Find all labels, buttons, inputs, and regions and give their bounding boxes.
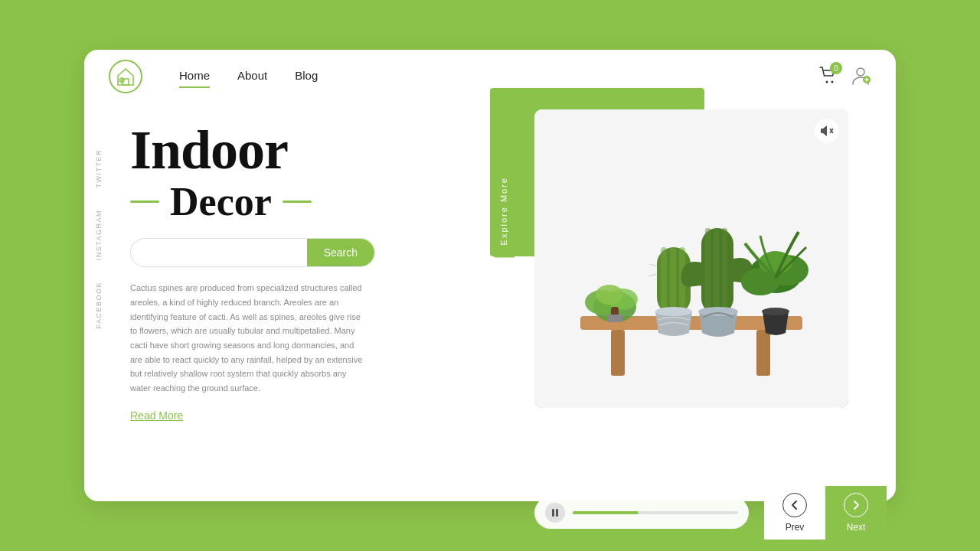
- nav-right: 0: [819, 64, 871, 89]
- search-bar: Search: [130, 238, 375, 267]
- user-icon[interactable]: [850, 64, 871, 89]
- svg-point-24: [655, 307, 692, 316]
- search-input[interactable]: [131, 239, 307, 266]
- search-button[interactable]: Search: [307, 239, 374, 266]
- main-card: Home About Blog 0: [84, 50, 896, 501]
- svg-rect-28: [722, 228, 727, 315]
- svg-rect-17: [661, 247, 667, 315]
- svg-rect-38: [556, 509, 558, 517]
- svg-rect-9: [756, 330, 770, 376]
- cart-badge: 0: [830, 62, 842, 74]
- svg-rect-15: [607, 315, 622, 322]
- title-dash-right: [283, 201, 312, 203]
- svg-rect-27: [714, 228, 719, 315]
- nav-links: Home About Blog: [179, 69, 819, 85]
- svg-point-13: [596, 285, 623, 305]
- nav-blog[interactable]: Blog: [295, 69, 318, 85]
- title-dash-left: [130, 201, 159, 203]
- read-more-link[interactable]: Read More: [130, 409, 467, 422]
- cart-button[interactable]: 0: [819, 67, 838, 86]
- mute-button[interactable]: [815, 119, 839, 143]
- hero-title: Indoor Decor: [130, 122, 467, 223]
- svg-point-29: [698, 307, 738, 316]
- controls-row: Prev Next: [534, 486, 949, 540]
- prev-circle-icon: [782, 493, 807, 517]
- plant-image: [534, 109, 848, 408]
- play-pause-button[interactable]: [545, 503, 565, 523]
- svg-point-3: [831, 81, 834, 83]
- svg-point-4: [857, 68, 864, 76]
- nav-buttons: Prev Next: [764, 486, 887, 540]
- explore-more-label[interactable]: Explore More: [493, 165, 514, 257]
- prev-button[interactable]: Prev: [764, 486, 825, 540]
- social-links: TWITTER INSTAGRAM FACEBOOK: [95, 149, 103, 328]
- prev-label: Prev: [786, 522, 805, 533]
- svg-rect-37: [552, 509, 554, 517]
- progress-track[interactable]: [573, 511, 738, 514]
- right-panel: Explore More: [498, 103, 896, 501]
- logo-icon: [109, 60, 142, 93]
- nav-home[interactable]: Home: [179, 69, 210, 85]
- next-label: Next: [847, 522, 866, 533]
- nav-about[interactable]: About: [237, 69, 267, 85]
- hero-description: Cactus spines are produced from speciali…: [130, 281, 368, 396]
- plant-bg: [534, 109, 848, 408]
- instagram-link[interactable]: INSTAGRAM: [95, 210, 103, 260]
- svg-rect-18: [670, 247, 676, 315]
- svg-rect-26: [705, 228, 710, 315]
- next-circle-icon: [844, 493, 868, 517]
- progress-area: [534, 497, 749, 529]
- svg-rect-8: [611, 330, 625, 376]
- next-button[interactable]: Next: [825, 486, 887, 540]
- hero-title-line1: Indoor: [130, 122, 467, 180]
- main-content: TWITTER INSTAGRAM FACEBOOK Indoor Decor …: [84, 103, 896, 501]
- svg-point-34: [762, 308, 789, 315]
- twitter-link[interactable]: TWITTER: [95, 149, 103, 188]
- logo-area: [109, 60, 142, 93]
- progress-fill: [573, 511, 639, 514]
- facebook-link[interactable]: FACEBOOK: [95, 282, 103, 329]
- hero-title-line2: Decor: [170, 181, 272, 223]
- svg-point-1: [119, 77, 125, 83]
- left-panel: TWITTER INSTAGRAM FACEBOOK Indoor Decor …: [84, 103, 498, 501]
- svg-point-2: [826, 81, 828, 83]
